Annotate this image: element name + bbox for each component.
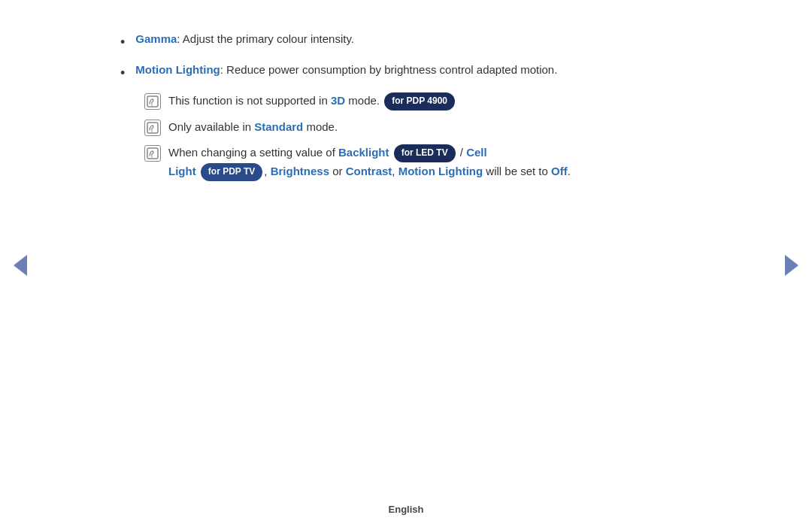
note-3-sep1: / — [460, 146, 466, 159]
note-2-before: Only available in — [168, 120, 254, 133]
list-item-motion-lighting: • Motion Lighting: Reduce power consumpt… — [120, 61, 692, 84]
note-icon-1 — [144, 93, 161, 110]
note-3-before: When changing a setting value of — [168, 146, 338, 159]
note-item-1: This function is not supported in 3D mod… — [144, 92, 692, 111]
note-1-before: This function is not supported in — [168, 94, 331, 107]
note-3-backlight: Backlight — [338, 146, 389, 159]
note-3-motion-lighting: Motion Lighting — [398, 165, 483, 177]
note-3-period: . — [568, 165, 571, 177]
svg-point-5 — [151, 156, 153, 158]
gamma-description: : Adjust the primary colour intensity. — [177, 32, 354, 45]
note-3-off: Off — [551, 165, 568, 177]
note-1-after: mode. — [345, 94, 380, 107]
note-2-after: mode. — [303, 120, 338, 133]
note-2-standard: Standard — [254, 120, 303, 133]
note-3-sep3: , — [392, 165, 398, 177]
note-list: This function is not supported in 3D mod… — [144, 92, 692, 182]
nav-arrow-right[interactable] — [785, 255, 798, 276]
bullet-point-2: • — [120, 62, 125, 84]
note-3-sep2: , — [264, 165, 270, 177]
note-1-3d: 3D — [331, 94, 345, 107]
bullet-point: • — [120, 32, 125, 53]
note-item-2: Only available in Standard mode. — [144, 118, 692, 137]
note-3-or: or — [329, 165, 346, 177]
note-3-text: When changing a setting value of Backlig… — [168, 144, 571, 181]
gamma-term: Gamma — [135, 32, 177, 45]
note-icon-3 — [144, 145, 161, 162]
motion-lighting-text: Motion Lighting: Reduce power consumptio… — [135, 61, 557, 79]
svg-point-1 — [151, 104, 153, 106]
note-2-text: Only available in Standard mode. — [168, 118, 338, 137]
note-3-end: will be set to — [483, 165, 551, 177]
note-3-light: Light — [168, 165, 196, 177]
note-icon-2 — [144, 120, 161, 136]
note-3-cell: Cell — [466, 146, 487, 159]
motion-lighting-description: : Reduce power consumption by brightness… — [220, 63, 558, 76]
note-3-contrast: Contrast — [346, 165, 392, 177]
gamma-text: Gamma: Adjust the primary colour intensi… — [135, 30, 354, 48]
motion-lighting-term: Motion Lighting — [135, 63, 220, 76]
list-item-gamma: • Gamma: Adjust the primary colour inten… — [120, 30, 692, 53]
badge-led-tv: for LED TV — [394, 144, 456, 162]
note-item-3: When changing a setting value of Backlig… — [144, 144, 692, 181]
footer-language: English — [389, 504, 424, 515]
nav-arrow-left[interactable] — [14, 255, 27, 276]
badge-pdp-tv: for PDP TV — [201, 163, 262, 181]
note-1-text: This function is not supported in 3D mod… — [168, 92, 456, 111]
badge-pdp4900: for PDP 4900 — [384, 92, 455, 111]
main-content: • Gamma: Adjust the primary colour inten… — [45, 0, 767, 219]
bullet-list: • Gamma: Adjust the primary colour inten… — [120, 30, 692, 84]
svg-point-3 — [151, 131, 153, 132]
note-3-brightness: Brightness — [271, 165, 329, 177]
